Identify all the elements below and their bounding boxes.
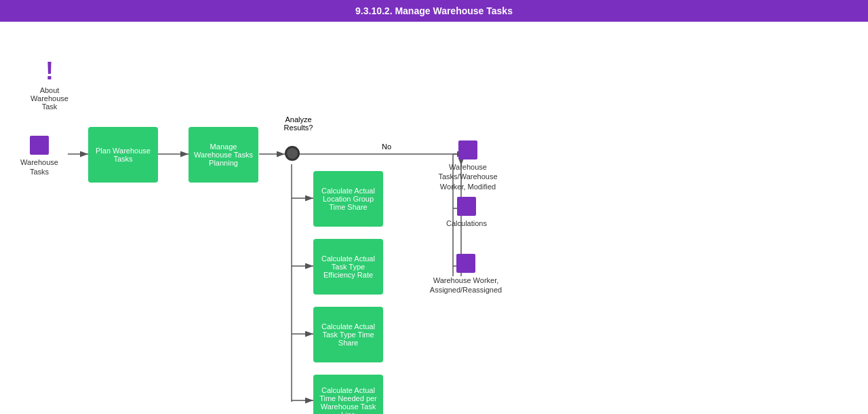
plan-warehouse-tasks-label: Plan Warehouse Tasks [92,147,154,163]
calc-location-group-label: Calculate Actual Location Group Time Sha… [317,187,379,211]
calculations-square [457,197,476,216]
about-label: AboutWarehouseTask [31,86,68,111]
manage-warehouse-tasks-node: Manage Warehouse Tasks Planning [189,127,258,183]
header-title: 9.3.10.2. Manage Warehouse Tasks [355,5,513,16]
exclamation-icon: ! [45,59,54,83]
calc-location-group-node: Calculate Actual Location Group Time Sha… [313,171,383,227]
warehouse-tasks-worker-label: Warehouse Tasks/Warehouse Worker, Modifi… [427,162,509,191]
no-label: No [376,143,397,151]
plan-warehouse-tasks-node: Plan Warehouse Tasks [88,127,158,183]
calculations-node: Calculations [433,197,500,228]
warehouse-worker-assigned-node: Warehouse Worker, Assigned/Reassigned [422,254,510,295]
analyze-results-text: Analyze Results? [271,115,326,132]
calc-task-type-efficiency-node: Calculate Actual Task Type Efficiency Ra… [313,239,383,295]
warehouse-worker-assigned-label: Warehouse Worker, Assigned/Reassigned [422,276,510,295]
warehouse-tasks-node: Warehouse Tasks [12,136,66,177]
calc-time-needed-label: Calculate Actual Time Needed per Warehou… [317,386,379,414]
calc-task-type-time-share-node: Calculate Actual Task Type Time Share [313,307,383,362]
header: 9.3.10.2. Manage Warehouse Tasks [0,0,868,22]
manage-warehouse-tasks-label: Manage Warehouse Tasks Planning [193,143,254,167]
calculations-label: Calculations [446,219,487,228]
warehouse-tasks-worker-modified-node: Warehouse Tasks/Warehouse Worker, Modifi… [427,140,509,191]
canvas: ! AboutWarehouseTask Warehouse Tasks Pla… [0,22,868,414]
decision-circle [285,146,300,161]
warehouse-worker-assigned-square [456,254,475,273]
warehouse-tasks-square [30,136,49,155]
about-warehouse-task: ! AboutWarehouseTask [19,59,80,111]
warehouse-tasks-worker-square [458,140,477,159]
calc-time-needed-node: Calculate Actual Time Needed per Warehou… [313,375,383,414]
analyze-results-label: Analyze Results? [271,115,326,132]
warehouse-tasks-label: Warehouse Tasks [12,157,66,177]
calc-task-type-time-share-label: Calculate Actual Task Type Time Share [317,322,379,347]
calc-task-type-efficiency-label: Calculate Actual Task Type Efficiency Ra… [317,255,379,279]
